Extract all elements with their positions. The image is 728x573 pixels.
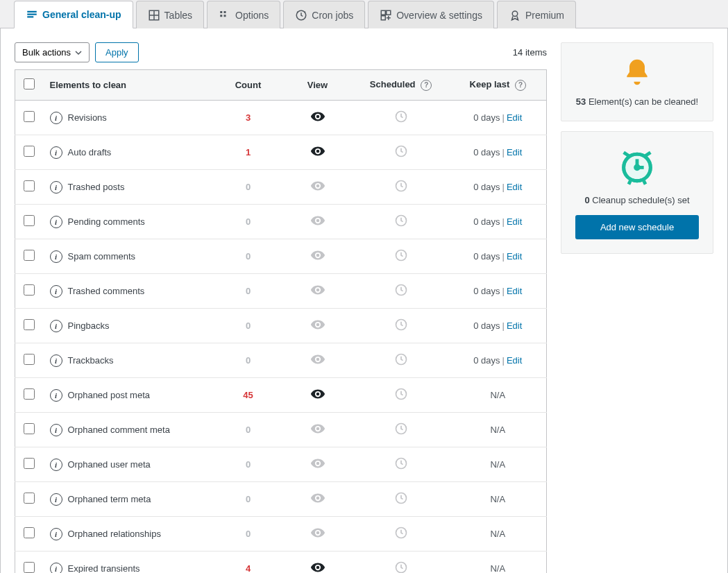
row-checkbox[interactable] bbox=[24, 562, 35, 573]
info-icon[interactable]: i bbox=[50, 146, 62, 159]
count-value: 4 bbox=[246, 563, 251, 573]
info-icon[interactable]: i bbox=[50, 216, 62, 228]
view-eye-icon[interactable] bbox=[310, 116, 325, 126]
view-eye-icon[interactable] bbox=[310, 289, 325, 300]
keep-na: N/A bbox=[490, 425, 505, 435]
table-row: iPending comments00 days|Edit bbox=[15, 205, 547, 239]
view-eye-icon[interactable] bbox=[310, 497, 325, 508]
info-icon[interactable]: i bbox=[50, 250, 62, 263]
tab-label: Overview & settings bbox=[396, 10, 482, 21]
row-checkbox[interactable] bbox=[24, 319, 35, 330]
keep-days: 0 days bbox=[473, 182, 500, 192]
help-icon[interactable]: ? bbox=[421, 80, 432, 91]
bulk-actions-select[interactable]: Bulk actions bbox=[15, 42, 90, 62]
view-eye-icon[interactable] bbox=[310, 393, 325, 404]
edit-link[interactable]: Edit bbox=[507, 182, 522, 192]
view-eye-icon[interactable] bbox=[310, 567, 325, 573]
svg-line-39 bbox=[644, 181, 645, 185]
select-all-checkbox[interactable] bbox=[24, 78, 35, 89]
keep-na: N/A bbox=[490, 529, 505, 539]
edit-link[interactable]: Edit bbox=[507, 320, 522, 331]
keep-na: N/A bbox=[490, 563, 505, 573]
view-eye-icon[interactable] bbox=[310, 324, 325, 334]
info-icon[interactable]: i bbox=[50, 181, 62, 194]
row-checkbox[interactable] bbox=[24, 388, 35, 400]
table-row: iExpired transients4N/A bbox=[15, 551, 547, 574]
view-eye-icon[interactable] bbox=[310, 532, 325, 542]
view-eye-icon[interactable] bbox=[310, 185, 325, 196]
header-count: Count bbox=[214, 70, 283, 101]
table-row: iAuto drafts10 days|Edit bbox=[15, 135, 547, 170]
cleanup-table: Elements to clean Count View Scheduled ?… bbox=[15, 69, 547, 573]
row-checkbox[interactable] bbox=[24, 423, 35, 434]
cleanup-icon bbox=[26, 8, 38, 21]
element-name: Expired transients bbox=[68, 563, 140, 574]
row-checkbox[interactable] bbox=[24, 354, 35, 365]
row-checkbox[interactable] bbox=[24, 180, 35, 191]
info-icon[interactable]: i bbox=[50, 354, 62, 367]
help-icon[interactable]: ? bbox=[515, 80, 526, 91]
tab-general-cleanup[interactable]: General clean-up bbox=[14, 1, 133, 28]
row-checkbox[interactable] bbox=[24, 215, 35, 226]
svg-rect-7 bbox=[224, 11, 226, 13]
scheduled-clock-icon bbox=[394, 254, 408, 264]
row-checkbox[interactable] bbox=[24, 493, 35, 504]
element-name: Orphaned post meta bbox=[68, 390, 151, 400]
keep-days: 0 days bbox=[473, 286, 500, 296]
info-icon[interactable]: i bbox=[50, 389, 62, 402]
edit-link[interactable]: Edit bbox=[507, 112, 522, 123]
add-schedule-button[interactable]: Add new schedule bbox=[575, 215, 699, 239]
info-icon[interactable]: i bbox=[50, 424, 62, 436]
view-eye-icon[interactable] bbox=[310, 463, 325, 473]
info-icon[interactable]: i bbox=[50, 112, 62, 124]
view-eye-icon[interactable] bbox=[310, 255, 325, 265]
element-name: Spam comments bbox=[68, 251, 136, 262]
scheduled-clock-icon bbox=[394, 497, 408, 507]
info-icon[interactable]: i bbox=[50, 493, 62, 506]
view-eye-icon[interactable] bbox=[310, 220, 325, 230]
scheduled-clock-icon bbox=[394, 427, 408, 438]
scheduled-clock-icon bbox=[394, 358, 408, 368]
tab-cron-jobs[interactable]: Cron jobs bbox=[283, 1, 365, 28]
count-value: 0 bbox=[246, 182, 251, 192]
premium-icon bbox=[509, 9, 521, 22]
row-checkbox[interactable] bbox=[24, 111, 35, 122]
view-eye-icon[interactable] bbox=[310, 428, 325, 438]
keep-days: 0 days bbox=[473, 147, 500, 157]
view-eye-icon[interactable] bbox=[310, 151, 325, 161]
svg-rect-6 bbox=[220, 11, 222, 13]
svg-point-35 bbox=[636, 166, 639, 169]
info-icon[interactable]: i bbox=[50, 285, 62, 298]
info-icon[interactable]: i bbox=[50, 459, 62, 471]
row-checkbox[interactable] bbox=[24, 458, 35, 469]
row-checkbox[interactable] bbox=[24, 250, 35, 261]
edit-link[interactable]: Edit bbox=[507, 147, 522, 157]
edit-link[interactable]: Edit bbox=[507, 251, 522, 262]
count-value: 0 bbox=[246, 494, 251, 504]
tab-options[interactable]: Options bbox=[207, 1, 280, 28]
scheduled-clock-icon bbox=[394, 462, 408, 472]
row-checkbox[interactable] bbox=[24, 527, 35, 538]
element-name: Trackbacks bbox=[68, 355, 114, 366]
tab-premium[interactable]: Premium bbox=[497, 1, 576, 28]
svg-rect-8 bbox=[220, 15, 222, 17]
edit-link[interactable]: Edit bbox=[507, 216, 522, 227]
tab-overview[interactable]: Overview & settings bbox=[368, 1, 494, 28]
apply-button[interactable]: Apply bbox=[95, 42, 139, 62]
header-view: View bbox=[283, 70, 353, 101]
edit-link[interactable]: Edit bbox=[507, 355, 522, 366]
info-icon[interactable]: i bbox=[50, 563, 62, 574]
info-icon[interactable]: i bbox=[50, 320, 62, 332]
scheduled-clock-icon bbox=[394, 185, 408, 195]
view-eye-icon[interactable] bbox=[310, 359, 325, 369]
keep-days: 0 days bbox=[473, 320, 500, 331]
row-checkbox[interactable] bbox=[24, 284, 35, 296]
tables-icon bbox=[148, 9, 160, 22]
element-name: Orphaned comment meta bbox=[68, 425, 170, 435]
tab-bar: General clean-up Tables Options Cron job… bbox=[0, 0, 728, 28]
row-checkbox[interactable] bbox=[24, 146, 35, 157]
edit-link[interactable]: Edit bbox=[507, 286, 522, 296]
info-icon[interactable]: i bbox=[50, 528, 62, 540]
scheduled-clock-icon bbox=[394, 323, 408, 334]
tab-tables[interactable]: Tables bbox=[136, 1, 204, 28]
